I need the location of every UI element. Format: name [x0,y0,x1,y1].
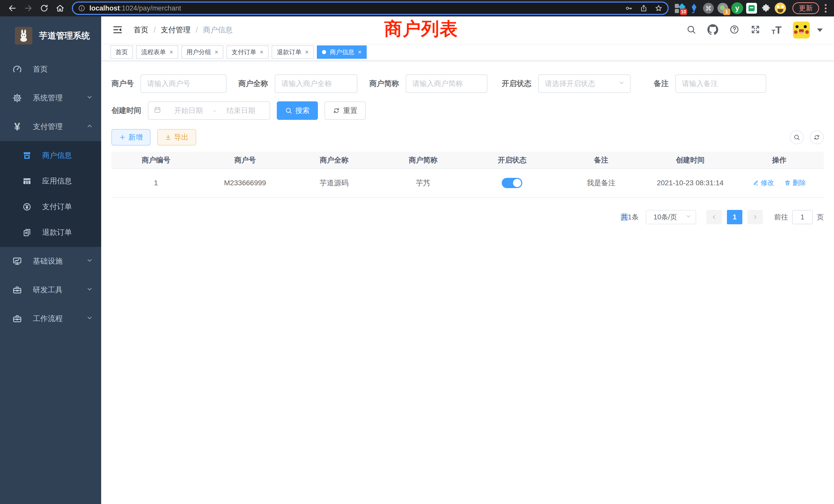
site-info-icon[interactable] [78,5,85,12]
fullscreen-icon[interactable] [750,25,760,36]
dashboard-gauge-icon [12,64,23,75]
help-icon[interactable] [729,25,739,36]
yen-icon: ¥ [12,121,23,132]
sidebar-item-workflow[interactable]: 工作流程 [0,304,101,333]
font-size-icon[interactable]: TT [772,25,782,35]
user-avatar[interactable] [793,22,810,39]
tag-merchant-info[interactable]: 商户信息× [317,45,367,59]
toolbox-icon [12,313,23,324]
tag-home[interactable]: 首页 [110,45,133,59]
annotation-title: 商户列表 [384,17,458,41]
tag-refund-orders[interactable]: 退款订单× [272,45,314,59]
extension-kite-icon[interactable] [688,2,700,14]
create-time-range-picker[interactable]: 开始日期 - 结束日期 [148,101,270,120]
full-name-input[interactable] [275,74,357,93]
extension-command-icon[interactable] [703,2,714,14]
tag-process-form[interactable]: 流程表单× [136,45,178,59]
sidebar-item-system[interactable]: 系统管理 [0,84,101,112]
end-date-placeholder[interactable]: 结束日期 [218,106,264,115]
status-label: 开启状态 [502,78,531,89]
status-select[interactable]: 请选择开启状态 [538,74,631,93]
prev-page-button[interactable] [706,210,722,224]
password-key-icon[interactable] [625,4,633,12]
next-page-button[interactable] [747,210,763,224]
reset-button[interactable]: 重置 [325,101,366,120]
sidebar-item-infrastructure[interactable]: 基础设施 [0,247,101,276]
sidebar: 芋道管理系统 首页 系统管理 ¥ 支付管理 商户信息 [0,17,101,504]
sidebar-item-payment[interactable]: ¥ 支付管理 [0,112,101,141]
sidebar-item-pay-orders[interactable]: 支付订单 [0,194,101,220]
col-remark: 备注 [557,152,646,168]
yen-circle-icon [22,202,32,212]
col-merchant-id: 商户编号 [111,152,200,168]
export-button[interactable]: 导出 [157,129,196,145]
sidebar-item-merchant-info[interactable]: 商户信息 [0,143,101,168]
current-page-button[interactable]: 1 [727,210,742,224]
extension-chat-icon[interactable] [746,2,758,14]
col-short-name: 商户简称 [378,152,467,168]
browser-back-button[interactable] [6,2,19,15]
merchant-no-input[interactable] [140,74,226,93]
close-icon[interactable]: × [358,48,361,56]
add-button[interactable]: 新增 [111,129,151,145]
search-icon [793,134,800,141]
extension-green-y-icon[interactable]: y [731,2,743,14]
app-title: 芋道管理系统 [39,30,90,42]
remark-input[interactable] [675,74,766,93]
address-bar[interactable]: localhost:1024/pay/merchant [72,2,668,15]
sidebar-item-dev-tools[interactable]: 研发工具 [0,276,101,304]
refresh-table-button[interactable] [810,130,824,144]
tag-pay-orders[interactable]: 支付订单× [226,45,269,59]
github-icon[interactable] [707,24,718,36]
sidebar-collapse-icon[interactable] [112,25,123,36]
goto-page-input[interactable] [792,210,813,224]
close-icon[interactable]: × [215,48,218,56]
extension-grid-icon[interactable]: 10 [674,2,686,14]
browser-home-button[interactable] [53,2,67,15]
monitor-icon [12,256,23,267]
app-logo[interactable]: 芋道管理系统 [0,17,101,55]
breadcrumb-home[interactable]: 首页 [133,25,148,35]
breadcrumb-payment[interactable]: 支付管理 [161,25,191,35]
close-icon[interactable]: × [305,48,309,56]
start-date-placeholder[interactable]: 开始日期 [165,106,212,115]
bookmark-star-icon[interactable] [655,4,662,12]
share-icon[interactable] [640,4,648,12]
search-button[interactable]: 搜索 [277,101,318,120]
browser-toolbar: localhost:1024/pay/merchant 10 1 y 更新 [0,0,834,17]
tag-user-group[interactable]: 用户分组× [181,45,223,59]
cell-merchant-no: M233666999 [200,168,290,197]
payment-submenu: 商户信息 应用信息 支付订单 退款订单 [0,141,101,247]
col-merchant-no: 商户号 [200,152,290,168]
close-icon[interactable]: × [260,48,263,56]
browser-forward-button[interactable] [22,2,35,15]
browser-reload-button[interactable] [38,2,51,15]
cell-short-name: 芋艿 [378,168,467,197]
sidebar-item-app-info[interactable]: 应用信息 [0,168,101,194]
merchant-table: 商户编号 商户号 商户全称 商户简称 开启状态 备注 创建时间 操作 1 M23… [111,152,824,198]
status-toggle[interactable] [502,178,522,188]
grid-table-icon [22,176,32,186]
chevron-down-icon [618,79,625,88]
extensions-puzzle-icon[interactable] [760,2,772,14]
col-created-at: 创建时间 [646,152,735,168]
close-icon[interactable]: × [170,48,173,56]
sidebar-item-refund-orders[interactable]: 退款订单 [0,220,101,245]
browser-update-button[interactable]: 更新 [792,2,819,14]
avatar-caret-icon[interactable] [817,28,823,32]
chevron-right-icon [752,214,758,220]
edit-button[interactable]: 修改 [753,178,774,187]
short-name-input[interactable] [406,74,487,93]
remark-label: 备注 [654,78,668,89]
delete-button[interactable]: 删除 [785,178,806,187]
extension-sphere-icon[interactable]: 1 [717,2,729,14]
table-toolbar: 新增 导出 [111,129,824,145]
header-search-icon[interactable] [686,25,696,36]
browser-menu-icon[interactable] [824,4,827,13]
tags-view-bar: 首页 流程表单× 用户分组× 支付订单× 退款订单× 商户信息× [101,44,834,61]
toggle-search-button[interactable] [790,130,804,144]
page-size-select[interactable]: 10条/页 [646,210,696,224]
chevron-down-icon [86,315,93,323]
profile-emoji-avatar[interactable] [774,2,786,14]
sidebar-item-home[interactable]: 首页 [0,55,101,84]
